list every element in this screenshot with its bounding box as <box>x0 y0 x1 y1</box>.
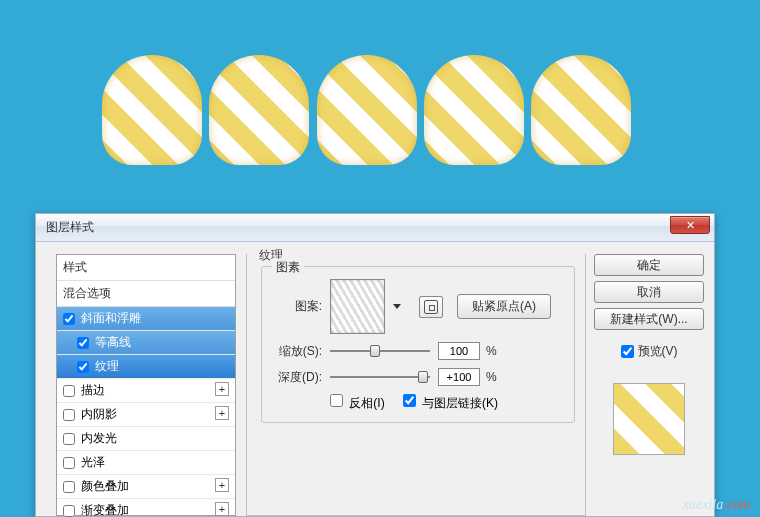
add-effect-button[interactable]: + <box>215 478 229 492</box>
style-checkbox[interactable] <box>63 409 75 421</box>
checkbox-row: 反相(I) 与图层链接(K) <box>330 394 564 412</box>
style-item[interactable]: 颜色叠加+ <box>57 475 235 499</box>
letter-w <box>209 55 309 165</box>
scale-slider[interactable] <box>330 343 430 359</box>
blend-header[interactable]: 混合选项 <box>57 281 235 307</box>
titlebar[interactable]: 图层样式 ✕ <box>36 214 714 242</box>
letter-e <box>317 55 417 165</box>
depth-input[interactable] <box>438 368 480 386</box>
pattern-row: 图案: 贴紧原点(A) <box>272 279 564 334</box>
style-item[interactable]: 渐变叠加+ <box>57 499 235 517</box>
link-label[interactable]: 与图层链接(K) <box>403 394 498 412</box>
style-label: 内阴影 <box>81 406 117 423</box>
dialog-body: 样式 混合选项 斜面和浮雕等高线纹理描边+内阴影+内发光光泽颜色叠加+渐变叠加+… <box>36 242 714 516</box>
slider-track <box>330 376 430 378</box>
style-checkbox[interactable] <box>63 433 75 445</box>
add-effect-button[interactable]: + <box>215 502 229 516</box>
scale-row: 缩放(S): % <box>272 342 564 360</box>
style-label: 纹理 <box>95 358 119 375</box>
depth-label: 深度(D): <box>272 369 322 386</box>
sweet-text-effect <box>100 55 660 175</box>
watermark: xuexila.com <box>683 497 750 513</box>
styles-list: 样式 混合选项 斜面和浮雕等高线纹理描边+内阴影+内发光光泽颜色叠加+渐变叠加+… <box>56 254 236 516</box>
new-style-button[interactable]: 新建样式(W)... <box>594 308 704 330</box>
depth-row: 深度(D): % <box>272 368 564 386</box>
preview-checkbox[interactable] <box>621 345 634 358</box>
style-checkbox[interactable] <box>63 313 75 325</box>
depth-slider[interactable] <box>330 369 430 385</box>
style-item[interactable]: 斜面和浮雕 <box>57 307 235 331</box>
style-label: 描边 <box>81 382 105 399</box>
style-item[interactable]: 描边+ <box>57 379 235 403</box>
styles-header[interactable]: 样式 <box>57 255 235 281</box>
style-item[interactable]: 等高线 <box>57 331 235 355</box>
preview-label: 预览(V) <box>638 343 678 360</box>
new-pattern-button[interactable] <box>419 296 443 318</box>
add-effect-button[interactable]: + <box>215 382 229 396</box>
style-checkbox[interactable] <box>63 457 75 469</box>
preview-swatch <box>613 383 685 455</box>
pattern-swatch[interactable] <box>330 279 385 334</box>
group-title: 图素 <box>272 259 304 276</box>
style-item[interactable]: 内发光 <box>57 427 235 451</box>
cancel-button[interactable]: 取消 <box>594 281 704 303</box>
scale-input[interactable] <box>438 342 480 360</box>
scale-label: 缩放(S): <box>272 343 322 360</box>
style-item[interactable]: 内阴影+ <box>57 403 235 427</box>
slider-thumb[interactable] <box>418 371 428 383</box>
style-label: 渐变叠加 <box>81 502 129 517</box>
slider-track <box>330 350 430 352</box>
invert-checkbox[interactable] <box>330 394 343 407</box>
style-label: 内发光 <box>81 430 117 447</box>
preview-check-row[interactable]: 预览(V) <box>594 343 704 360</box>
style-checkbox[interactable] <box>77 361 89 373</box>
style-checkbox[interactable] <box>63 505 75 517</box>
style-item[interactable]: 光泽 <box>57 451 235 475</box>
invert-label[interactable]: 反相(I) <box>330 394 385 412</box>
close-icon: ✕ <box>686 219 695 231</box>
layer-style-dialog: 图层样式 ✕ 样式 混合选项 斜面和浮雕等高线纹理描边+内阴影+内发光光泽颜色叠… <box>35 213 715 517</box>
slider-thumb[interactable] <box>370 345 380 357</box>
new-preset-icon <box>424 300 438 314</box>
letter-t <box>531 55 631 165</box>
add-effect-button[interactable]: + <box>215 406 229 420</box>
style-label: 斜面和浮雕 <box>81 310 141 327</box>
style-checkbox[interactable] <box>63 481 75 493</box>
ok-button[interactable]: 确定 <box>594 254 704 276</box>
style-label: 颜色叠加 <box>81 478 129 495</box>
close-button[interactable]: ✕ <box>670 216 710 234</box>
style-checkbox[interactable] <box>63 385 75 397</box>
link-checkbox[interactable] <box>403 394 416 407</box>
elements-group: 图素 图案: 贴紧原点(A) 缩放(S): <box>261 266 575 423</box>
pattern-dropdown[interactable] <box>389 299 405 315</box>
pattern-label: 图案: <box>272 298 322 315</box>
texture-panel: 纹理 图素 图案: 贴紧原点(A) 缩放(S): <box>246 254 586 516</box>
right-column: 确定 取消 新建样式(W)... 预览(V) <box>594 254 704 516</box>
letter-e2 <box>424 55 524 165</box>
style-item[interactable]: 纹理 <box>57 355 235 379</box>
style-label: 等高线 <box>95 334 131 351</box>
depth-unit: % <box>486 370 497 384</box>
snap-origin-button[interactable]: 贴紧原点(A) <box>457 294 551 319</box>
scale-unit: % <box>486 344 497 358</box>
dialog-title: 图层样式 <box>46 219 94 236</box>
style-label: 光泽 <box>81 454 105 471</box>
style-checkbox[interactable] <box>77 337 89 349</box>
letter-s <box>102 55 202 165</box>
